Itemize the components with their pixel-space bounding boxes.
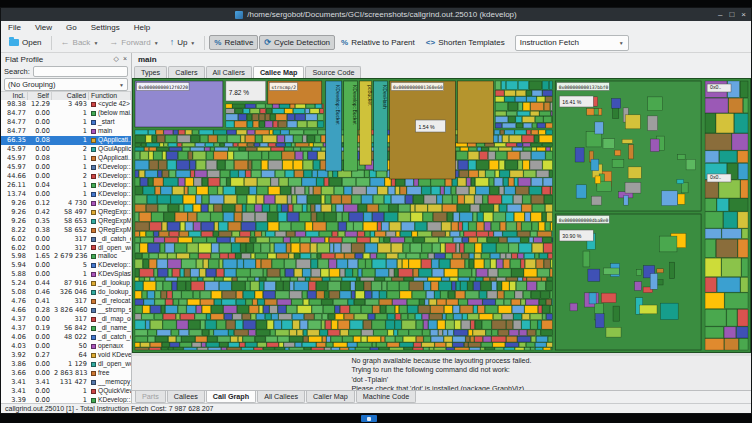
cell: 58 652: [52, 226, 89, 235]
cell: 317: [52, 235, 89, 244]
table-row[interactable]: 9.260.3558 653QRegExpMa...: [1, 217, 131, 226]
close-dock-icon[interactable]: ×: [123, 55, 127, 63]
table-row[interactable]: 3.390.001KDevelop::...: [1, 396, 131, 403]
close-button[interactable]: ×: [741, 10, 746, 19]
search-input[interactable]: [33, 66, 128, 77]
cell: 66.35: [1, 136, 28, 145]
cell: 1 129: [52, 360, 89, 369]
titlebar[interactable]: /home/sergobot/Documents/GCI/screenshots…: [1, 8, 751, 21]
callee-treemap[interactable]: 0x00000000012f0220strncmp/2KDevelop::Buc…: [132, 78, 751, 353]
app-icon: [235, 11, 243, 19]
cell: 0.00: [28, 333, 52, 342]
table-row[interactable]: 26.110.041KDevelop::...: [1, 181, 131, 190]
table-row[interactable]: 45.970.002QGuiApplic...: [1, 145, 131, 154]
tab-types[interactable]: Types: [134, 66, 167, 78]
cell-function: KDevelop::...: [89, 181, 131, 190]
cell-function: QApplicati...: [89, 136, 131, 145]
table-row[interactable]: 6.020.00317dl_open_wo...: [1, 244, 131, 253]
cell-function: __strcmp_s...: [89, 306, 131, 315]
table-row[interactable]: 84.770.001(below mai...: [1, 109, 131, 118]
taskbar[interactable]: [0, 414, 752, 423]
table-row[interactable]: 3.413.41131 427__memcpy_...: [1, 378, 131, 387]
separator: [204, 36, 205, 50]
svg-text:0x0..: 0x0..: [710, 174, 721, 180]
table-row[interactable]: 66.350.081QApplicati...: [1, 136, 131, 145]
tab-call-graph[interactable]: Call Graph: [206, 391, 256, 403]
function-type-icon: [91, 335, 96, 340]
table-row[interactable]: 45.970.081QApplicati...: [1, 154, 131, 163]
table-row[interactable]: 5.080.46326 046do_lookup_x: [1, 288, 131, 297]
function-type-icon: [91, 362, 96, 367]
status-text: callgrind.out.25010 [1] - Total Instruct…: [5, 405, 213, 412]
chevron-down-icon: ▼: [154, 40, 159, 46]
up-button[interactable]: ↑ Up ▼: [165, 35, 201, 50]
relative-to-parent-toggle[interactable]: % Relative to Parent: [336, 35, 420, 50]
active-task-button[interactable]: [361, 415, 377, 422]
relative-toggle[interactable]: % Relative: [209, 35, 258, 50]
table-row[interactable]: 5.880.001KDevSplash...: [1, 270, 131, 279]
table-row[interactable]: 9.260.124 730KDevelop::...: [1, 199, 131, 208]
table-row[interactable]: 5.981.652 679 236malloc: [1, 252, 131, 261]
table-row[interactable]: 9.260.4258 497QRegExp::...: [1, 208, 131, 217]
menu-help[interactable]: Help: [127, 23, 157, 32]
tab-machine-code[interactable]: Machine Code: [356, 391, 416, 403]
callee-map[interactable]: 0x00000000012f0220strncmp/2KDevelop::Buc…: [132, 78, 751, 353]
menu-go[interactable]: Go: [59, 23, 84, 32]
table-row[interactable]: 45.970.001KDevelop::...: [1, 163, 131, 172]
tab-callees[interactable]: Callees: [167, 391, 205, 403]
minimize-button[interactable]: –: [718, 10, 722, 19]
cell: 4 730: [52, 199, 89, 208]
tab-all-callees[interactable]: All Callees: [257, 391, 305, 403]
table-row[interactable]: 3.410.001QQuickView...: [1, 387, 131, 396]
open-button[interactable]: Open: [4, 35, 47, 50]
event-type-select[interactable]: Instruction Fetch ▼: [515, 35, 629, 51]
table-row[interactable]: 98.3812.293 493<cycle 42>: [1, 100, 131, 109]
menu-file[interactable]: File: [1, 23, 28, 32]
cell: 9.26: [1, 208, 28, 217]
function-name: _dl_map_ob...: [98, 315, 131, 324]
relative-to-parent-label: Relative to Parent: [351, 38, 415, 47]
table-row[interactable]: 4.030.0050openaux: [1, 342, 131, 351]
tab-caller-map[interactable]: Caller Map: [306, 391, 355, 403]
tab-all-callers[interactable]: All Callers: [206, 66, 252, 78]
cell: 0.19: [28, 324, 52, 333]
tab-callee-map[interactable]: Callee Map: [253, 66, 305, 78]
table-row[interactable]: 4.370.00317_dl_map_ob...: [1, 315, 131, 324]
table-row[interactable]: 8.220.3858 652QRegExpMa...: [1, 226, 131, 235]
maximize-button[interactable]: □: [729, 10, 734, 19]
cycle-detection-toggle[interactable]: ⟳ Cycle Detection: [259, 35, 335, 50]
menu-view[interactable]: View: [28, 23, 59, 32]
table-row[interactable]: 3.920.2764void KDevel...: [1, 351, 131, 360]
forward-button[interactable]: → Forward ▼: [104, 35, 163, 50]
cell-function: QRegExpMa...: [89, 217, 131, 226]
table-row[interactable]: 4.660.283 826 460__strcmp_s...: [1, 306, 131, 315]
table-row[interactable]: 5.240.4487 916_dl_lookup_...: [1, 279, 131, 288]
table-row[interactable]: 84.770.001_start: [1, 118, 131, 127]
function-name: KDevelop::...: [98, 396, 131, 403]
svg-text:KDevHash: KDevHash: [382, 85, 388, 109]
table-row[interactable]: 6.020.00317_dl_catch_e...: [1, 235, 131, 244]
table-row[interactable]: 13.740.001KDevelop::...: [1, 190, 131, 199]
float-dock-icon[interactable]: ◇: [114, 55, 119, 63]
table-row[interactable]: 4.060.0048 022_dl_catch_e...: [1, 333, 131, 342]
forward-label: Forward: [121, 38, 150, 47]
tab-callers[interactable]: Callers: [168, 66, 204, 78]
menu-settings[interactable]: Settings: [84, 23, 127, 32]
function-name: KDevSplash...: [98, 270, 131, 279]
table-row[interactable]: 44.660.002KDevelop::...: [1, 172, 131, 181]
bottom-tabbar: PartsCalleesCall GraphAll CalleesCaller …: [132, 390, 751, 403]
table-row[interactable]: 84.770.001main: [1, 127, 131, 136]
tab-parts[interactable]: Parts: [135, 391, 166, 403]
table-row[interactable]: 3.660.002 863 813free: [1, 369, 131, 378]
function-name: KDevelop::...: [98, 172, 131, 181]
table-row[interactable]: 4.760.41317_dl_relocat...: [1, 297, 131, 306]
table-row[interactable]: 3.860.001 129dl_open_wo...: [1, 360, 131, 369]
cell: 0.00: [28, 315, 52, 324]
tab-source-code[interactable]: Source Code: [305, 66, 361, 78]
table-row[interactable]: 4.370.1956 842_dl_name_m...: [1, 324, 131, 333]
grouping-select[interactable]: (No Grouping) ▼: [4, 78, 128, 91]
back-button[interactable]: ← Back ▼: [56, 35, 104, 50]
shorten-templates-toggle[interactable]: <> Shorten Templates: [421, 35, 510, 50]
table-row[interactable]: 5.940.005KDevelop::...: [1, 261, 131, 270]
cell: 26.11: [1, 181, 28, 190]
